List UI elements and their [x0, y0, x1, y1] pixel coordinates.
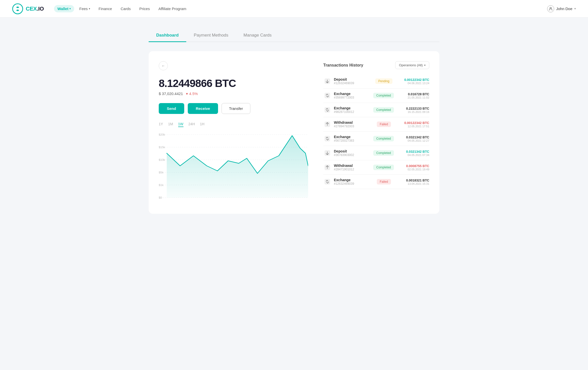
- tx-icon: [323, 135, 331, 143]
- svg-rect-16: [325, 93, 330, 98]
- filter-chevron-icon: ▾: [424, 64, 425, 67]
- tx-type: Exchange: [334, 92, 371, 96]
- right-panel: Transactions History Operanions (All) ▾ …: [323, 61, 429, 204]
- tx-amount: 0.0321342 BTC 04.05.2021 07:34: [396, 150, 429, 157]
- nav-cards[interactable]: Cards: [117, 5, 134, 12]
- tx-id: #35699772003: [334, 96, 371, 99]
- svg-rect-22: [325, 179, 330, 184]
- tx-btc: 0.00122342 BTC: [396, 78, 429, 82]
- tx-date: 12.05.2021 17:51: [396, 125, 429, 128]
- tx-amount: 0.0008755 BTC 02.05.2021 19:49: [396, 164, 429, 171]
- tx-id: #98287100012: [334, 110, 371, 114]
- tx-status: Completed: [373, 136, 394, 141]
- price-change: ▾ 4.5%: [186, 91, 198, 96]
- transaction-item: Deposit #36783903002 Completed 0.0321342…: [323, 146, 429, 160]
- tx-icon: [323, 77, 331, 85]
- transaction-item: Exchange #56720027383 Completed 0.032134…: [323, 132, 429, 146]
- svg-text:$15k: $15k: [159, 146, 165, 149]
- nav-wallet[interactable]: Wallet ▾: [54, 5, 74, 12]
- chart-area: $20k $15k $10k $5k $1k $0: [159, 132, 308, 204]
- wallet-chevron-icon: ▾: [69, 7, 71, 10]
- tx-amount: 0.016728 BTC 21.05.2021 11:02: [396, 92, 429, 99]
- nav-fees[interactable]: Fees ▾: [76, 5, 93, 12]
- tx-icon: [323, 106, 331, 114]
- tx-amount: 0.00122342 BTC 04.06.2021 13:24: [396, 78, 429, 85]
- time-1w[interactable]: 1W: [178, 122, 183, 127]
- transaction-item: Deposit #12632469039 Pending 0.00122342 …: [323, 74, 429, 88]
- svg-text:$20k: $20k: [159, 133, 165, 136]
- tx-date: 04.06.2021 13:24: [396, 82, 429, 85]
- status-badge: Failed: [377, 179, 391, 184]
- transactions-title: Transactions History: [323, 63, 363, 68]
- svg-rect-17: [325, 107, 330, 113]
- time-1m[interactable]: 1M: [168, 122, 173, 127]
- tx-type: Exchange: [334, 178, 371, 182]
- tx-icon: [323, 120, 331, 128]
- tx-date: 16.15.2021 09:16: [396, 110, 429, 113]
- tx-status: Completed: [373, 93, 394, 98]
- tab-manage-cards[interactable]: Manage Cards: [236, 30, 279, 42]
- back-button[interactable]: ←: [159, 61, 168, 70]
- time-1h[interactable]: 1H: [200, 122, 204, 127]
- action-buttons: Send Receive Transfer: [159, 103, 308, 114]
- tx-info: Withdrawal #27894792003: [334, 120, 371, 128]
- tx-id: #56720027383: [334, 139, 371, 142]
- tx-btc: 0.0018321 BTC: [396, 178, 429, 182]
- status-badge: Pending: [375, 78, 392, 84]
- send-button[interactable]: Send: [159, 103, 184, 114]
- tx-type: Deposit: [334, 77, 371, 81]
- status-badge: Completed: [373, 150, 394, 156]
- tab-dashboard[interactable]: Dashboard: [149, 30, 186, 42]
- status-badge: Completed: [373, 93, 394, 98]
- page-content: Dashboard Payment Methods Manage Cards ←…: [143, 18, 445, 226]
- receive-button[interactable]: Receive: [188, 103, 218, 114]
- transaction-item: Withdrawal #28471901012 Completed 0.0008…: [323, 160, 429, 175]
- tx-id: #36783903002: [334, 153, 371, 157]
- tx-info: Exchange #98287100012: [334, 106, 371, 114]
- transfer-button[interactable]: Transfer: [222, 103, 250, 114]
- tx-btc: 0.00122342 BTC: [396, 121, 429, 125]
- tx-type: Exchange: [334, 135, 371, 139]
- user-icon: [547, 5, 554, 12]
- tab-bar: Dashboard Payment Methods Manage Cards: [149, 30, 439, 42]
- svg-point-1: [550, 7, 551, 9]
- time-24h[interactable]: 24H: [189, 122, 195, 127]
- tx-status: Failed: [374, 179, 394, 184]
- svg-text:$1k: $1k: [159, 183, 164, 187]
- fees-chevron-icon: ▾: [89, 7, 90, 10]
- transaction-list: Deposit #12632469039 Pending 0.00122342 …: [323, 74, 429, 189]
- nav-affiliate[interactable]: Affiliate Program: [155, 5, 190, 12]
- logo-text: CEX.IO: [26, 6, 44, 12]
- operations-filter[interactable]: Operanions (All) ▾: [395, 61, 429, 69]
- transaction-item: Exchange #98287100012 Completed 0.222213…: [323, 103, 429, 117]
- status-badge: Completed: [373, 165, 394, 170]
- tx-id: #28471901012: [334, 168, 371, 171]
- tx-type: Exchange: [334, 106, 371, 110]
- tx-btc: 0.2222133 BTC: [396, 107, 429, 110]
- tx-icon: [323, 163, 331, 171]
- user-menu[interactable]: John Doe ▾: [547, 5, 576, 12]
- tx-icon: [323, 178, 331, 186]
- tx-info: Deposit #36783903002: [334, 149, 371, 157]
- nav-finance[interactable]: Finance: [95, 5, 116, 12]
- tx-icon: [323, 91, 331, 100]
- tx-date: 04.05.2021 07:34: [396, 153, 429, 157]
- time-1y[interactable]: 1Y: [159, 122, 163, 127]
- time-filter: 1Y 1M 1W 24H 1H: [159, 122, 308, 127]
- tab-payment-methods[interactable]: Payment Methods: [186, 30, 236, 42]
- tx-info: Exchange #35699772003: [334, 92, 371, 99]
- svg-marker-14: [167, 136, 308, 198]
- tx-id: #12632469039: [334, 182, 371, 186]
- tx-amount: 0.0018321 BTC 13.04.2021 15:31: [396, 178, 429, 185]
- nav-prices[interactable]: Prices: [136, 5, 153, 12]
- tx-type: Deposit: [334, 149, 371, 153]
- tx-id: #27894792003: [334, 125, 371, 128]
- transaction-item: Exchange #35699772003 Completed 0.016728…: [323, 88, 429, 103]
- tx-info: Deposit #12632469039: [334, 77, 371, 85]
- status-badge: Failed: [377, 121, 391, 127]
- tx-amount: 0.00122342 BTC 12.05.2021 17:51: [396, 121, 429, 128]
- tx-date: 13.04.2021 15:31: [396, 182, 429, 185]
- status-badge: Completed: [373, 107, 394, 113]
- tx-amount: 0.2222133 BTC 16.15.2021 09:16: [396, 107, 429, 113]
- status-badge: Completed: [373, 136, 394, 141]
